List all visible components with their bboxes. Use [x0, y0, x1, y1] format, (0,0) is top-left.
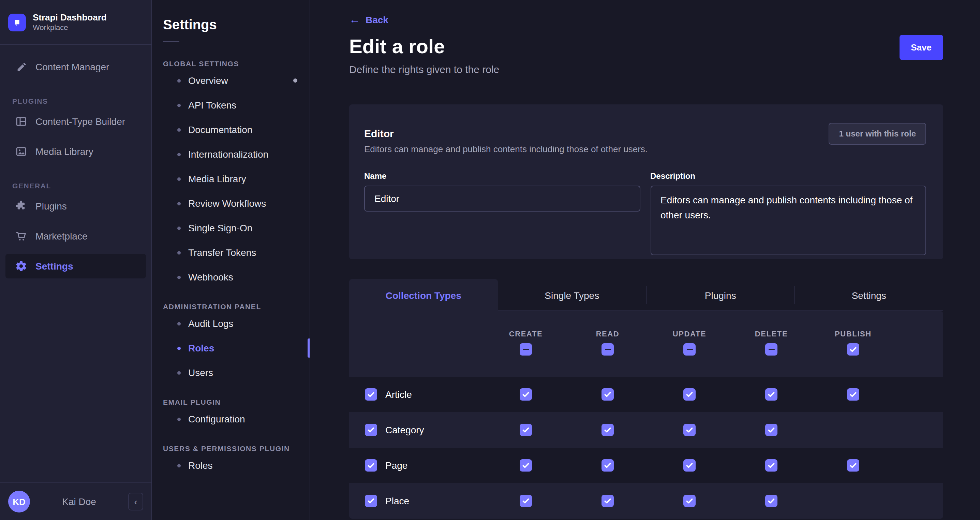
main-nav: Content ManagerPLUGINSContent-Type Build…: [0, 45, 151, 278]
divider: [163, 41, 179, 41]
permission-cell: [649, 495, 730, 507]
column-header-label: CREATE: [509, 330, 542, 338]
page-title: Edit a role: [349, 34, 445, 59]
check-icon: [849, 390, 857, 399]
permissions-section: Collection TypesSingle TypesPluginsSetti…: [349, 279, 943, 518]
description-field[interactable]: Editors can manage and publish contents …: [650, 186, 926, 255]
checkbox-article-publish[interactable]: [847, 388, 859, 400]
check-icon: [849, 345, 857, 354]
bullet-icon: [177, 417, 181, 421]
check-icon: [767, 426, 775, 434]
bullet-icon: [177, 251, 181, 254]
brand: Strapi Dashboard Workplace: [0, 0, 151, 45]
settings-item-transfer-tokens[interactable]: Transfer Tokens: [152, 240, 310, 265]
settings-item-label: Configuration: [188, 413, 245, 424]
row-label-cell: Article: [349, 388, 485, 400]
collapse-sidebar-button[interactable]: ‹: [128, 493, 143, 510]
checkbox-category-create[interactable]: [520, 424, 532, 436]
check-icon: [767, 461, 775, 469]
row-label: Page: [385, 460, 407, 471]
table-row: Place: [349, 483, 943, 518]
tab-plugins[interactable]: Plugins: [646, 279, 795, 311]
checkbox-page-delete[interactable]: [765, 459, 778, 472]
row-checkbox-category[interactable]: [365, 424, 377, 436]
permission-cell: [485, 495, 567, 507]
settings-item-configuration[interactable]: Configuration: [152, 407, 310, 431]
sidebar-item-marketplace[interactable]: Marketplace: [5, 224, 146, 249]
permission-cell: [812, 459, 894, 472]
settings-item-api-tokens[interactable]: API Tokens: [152, 93, 310, 117]
bullet-icon: [177, 128, 181, 131]
table-row: Category: [349, 412, 943, 448]
column-checkbox-delete[interactable]: [765, 343, 778, 356]
column-header-label: UPDATE: [673, 330, 706, 338]
settings-item-documentation[interactable]: Documentation: [152, 117, 310, 142]
column-checkbox-read[interactable]: [601, 343, 614, 356]
permission-cell: [649, 459, 730, 472]
settings-item-media-library[interactable]: Media Library: [152, 166, 310, 191]
save-button[interactable]: Save: [899, 35, 943, 60]
column-checkbox-update[interactable]: [683, 343, 695, 356]
sidebar-item-content-manager[interactable]: Content Manager: [5, 54, 146, 79]
role-card-description: Editors can manage and publish contents …: [364, 144, 926, 154]
checkbox-page-create[interactable]: [520, 459, 532, 472]
settings-item-audit-logs[interactable]: Audit Logs: [152, 311, 310, 336]
users-with-role-button[interactable]: 1 user with this role: [829, 123, 926, 145]
main-sidebar-footer: KD Kai Doe ‹: [0, 482, 151, 520]
settings-item-webhooks[interactable]: Webhooks: [152, 265, 310, 289]
permission-cell: [812, 424, 894, 436]
checkbox-place-update[interactable]: [683, 495, 695, 507]
check-icon: [603, 426, 612, 434]
sidebar-item-label: Media Library: [35, 146, 94, 157]
bullet-icon: [177, 153, 181, 156]
checkbox-page-update[interactable]: [683, 459, 695, 472]
checkbox-category-delete[interactable]: [765, 424, 778, 436]
sidebar-item-settings[interactable]: Settings: [5, 254, 146, 278]
checkbox-place-create[interactable]: [520, 495, 532, 507]
table-row: Article: [349, 377, 943, 412]
sidebar-item-content-type-builder[interactable]: Content-Type Builder: [5, 109, 146, 134]
sidebar-item-media-library[interactable]: Media Library: [5, 139, 146, 164]
check-icon: [686, 461, 694, 469]
checkbox-category-update[interactable]: [683, 424, 695, 436]
description-field-group: Description Editors can manage and publi…: [650, 171, 926, 258]
back-link[interactable]: ← Back: [349, 14, 388, 25]
settings-item-single-sign-on[interactable]: Single Sign-On: [152, 215, 310, 240]
permission-cell: [485, 388, 567, 400]
checkbox-article-read[interactable]: [601, 388, 614, 400]
check-icon: [686, 497, 694, 505]
check-icon: [367, 461, 375, 469]
bullet-icon: [177, 226, 181, 230]
settings-nav-section: GLOBAL SETTINGSOverviewAPI TokensDocumen…: [152, 59, 310, 289]
settings-item-roles[interactable]: Roles: [152, 453, 310, 478]
row-checkbox-page[interactable]: [365, 459, 377, 472]
checkbox-place-delete[interactable]: [765, 495, 778, 507]
checkbox-page-publish[interactable]: [847, 459, 859, 472]
sidebar-item-plugins[interactable]: Plugins: [5, 194, 146, 219]
checkbox-article-create[interactable]: [520, 388, 532, 400]
settings-item-users[interactable]: Users: [152, 360, 310, 385]
settings-item-review-workflows[interactable]: Review Workflows: [152, 191, 310, 215]
name-field[interactable]: [364, 186, 640, 212]
column-checkbox-create[interactable]: [520, 343, 532, 356]
settings-item-overview[interactable]: Overview: [152, 68, 310, 93]
checkbox-article-update[interactable]: [683, 388, 695, 400]
settings-item-roles[interactable]: Roles: [152, 336, 310, 360]
tab-collection-types[interactable]: Collection Types: [349, 279, 498, 311]
permission-cell: [485, 459, 567, 472]
checkbox-place-read[interactable]: [601, 495, 614, 507]
settings-item-label: Review Workflows: [188, 198, 266, 209]
settings-item-label: Media Library: [188, 173, 246, 184]
tab-single-types[interactable]: Single Types: [498, 279, 646, 311]
tab-settings[interactable]: Settings: [795, 279, 943, 311]
checkbox-category-read[interactable]: [601, 424, 614, 436]
column-header-update: UPDATE: [649, 311, 730, 377]
row-checkbox-place[interactable]: [365, 495, 377, 507]
bullet-icon: [177, 177, 181, 180]
settings-item-internationalization[interactable]: Internationalization: [152, 142, 310, 166]
check-icon: [603, 461, 612, 469]
checkbox-page-read[interactable]: [601, 459, 614, 472]
row-checkbox-article[interactable]: [365, 388, 377, 400]
checkbox-article-delete[interactable]: [765, 388, 778, 400]
column-checkbox-publish[interactable]: [847, 343, 859, 356]
